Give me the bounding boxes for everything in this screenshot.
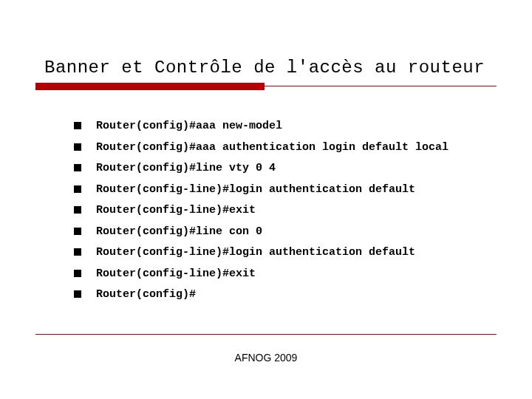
square-bullet-icon (74, 228, 81, 235)
slide-title: Banner et Contrôle de l'accès au routeur (44, 58, 502, 78)
footer-text: AFNOG 2009 (0, 352, 532, 364)
footer-divider (35, 334, 497, 335)
command-text: Router(config-line)#exit (96, 202, 256, 219)
list-item: Router(config)#aaa authentication login … (74, 140, 497, 157)
command-text: Router(config-line)#login authentication… (96, 182, 415, 199)
list-item: Router(config-line)#login authentication… (74, 182, 497, 199)
list-item: Router(config-line)#exit (74, 266, 497, 283)
list-item: Router(config-line)#exit (74, 202, 497, 219)
title-underline (35, 86, 497, 86)
square-bullet-icon (74, 164, 81, 171)
square-bullet-icon (74, 248, 81, 256)
list-item: Router(config-line)#login authentication… (74, 245, 497, 262)
list-item: Router(config)#line con 0 (74, 224, 497, 241)
command-text: Router(config)#line vty 0 4 (96, 160, 276, 177)
slide: Banner et Contrôle de l'accès au routeur… (0, 0, 532, 399)
square-bullet-icon (74, 270, 81, 277)
list-item: Router(config)#line vty 0 4 (74, 160, 497, 177)
command-text: Router(config-line)#exit (96, 266, 256, 283)
list-item: Router(config)#aaa new-model (74, 118, 497, 135)
square-bullet-icon (74, 143, 81, 151)
command-list: Router(config)#aaa new-model Router(conf… (74, 118, 497, 308)
square-bullet-icon (74, 122, 81, 129)
list-item: Router(config)# (74, 287, 497, 304)
command-text: Router(config-line)#login authentication… (96, 245, 415, 262)
square-bullet-icon (74, 206, 81, 214)
command-text: Router(config)# (96, 287, 196, 304)
title-accent-bar (35, 83, 265, 90)
command-text: Router(config)#aaa authentication login … (96, 140, 449, 157)
command-text: Router(config)#aaa new-model (96, 118, 282, 135)
command-text: Router(config)#line con 0 (96, 224, 262, 241)
square-bullet-icon (74, 290, 81, 298)
square-bullet-icon (74, 185, 81, 193)
